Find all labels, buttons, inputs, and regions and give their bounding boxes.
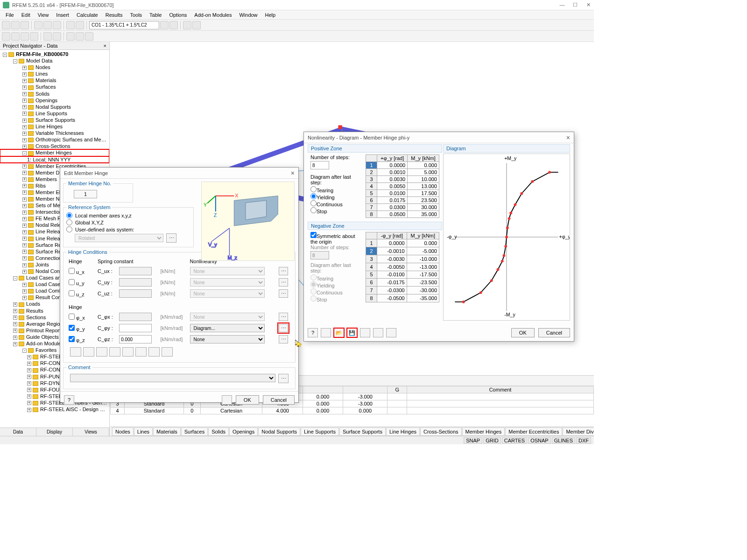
menu-edit[interactable]: Edit — [18, 11, 34, 19]
tb-move-icon[interactable] — [76, 32, 84, 41]
tb-new-icon[interactable] — [2, 21, 10, 29]
preset-8-icon[interactable] — [162, 347, 173, 357]
tree-item[interactable]: +Solids — [0, 91, 109, 97]
tree-root[interactable]: -RFEM-File_KB000670 — [0, 51, 109, 57]
tb-line-icon[interactable] — [11, 32, 20, 41]
tree-item[interactable]: +Line Supports — [0, 110, 109, 117]
tree-member-hinges[interactable]: -Member Hinges — [0, 149, 109, 156]
nonlin-select[interactable]: None — [190, 289, 265, 298]
cancel-button[interactable]: Cancel — [263, 395, 295, 405]
pos-yielding-radio[interactable] — [310, 193, 317, 199]
nonlin-select[interactable]: None — [190, 278, 265, 287]
menu-calculate[interactable]: Calculate — [73, 11, 102, 19]
tree-item[interactable]: +Line Hinges — [0, 123, 109, 130]
pos-continuous-radio[interactable] — [310, 200, 317, 206]
bottom-tab[interactable]: Member Eccentricities — [505, 427, 562, 436]
status-dxf[interactable]: DXF — [576, 437, 591, 444]
symmetric-checkbox[interactable] — [310, 232, 317, 238]
tree-item[interactable]: +Cross-Sections — [0, 143, 109, 149]
tb-select-icon[interactable] — [66, 32, 75, 41]
hinge-check[interactable] — [69, 336, 75, 342]
export-excel-icon[interactable] — [360, 328, 370, 337]
spring-input[interactable] — [119, 267, 152, 275]
preset-2-icon[interactable] — [83, 347, 94, 357]
status-cartes[interactable]: CARTES — [502, 437, 527, 444]
preset-3-icon[interactable] — [96, 347, 107, 357]
status-glines[interactable]: GLINES — [552, 437, 575, 444]
ref-global-radio[interactable] — [66, 219, 72, 225]
status-snap[interactable]: SNAP — [464, 437, 482, 444]
open-file-icon[interactable]: 📂 — [334, 328, 344, 337]
tb-hinge-icon[interactable] — [53, 32, 61, 41]
ref-user-radio[interactable] — [66, 226, 72, 232]
tb-prev-icon[interactable] — [160, 21, 169, 29]
bottom-tab[interactable]: Solids — [208, 427, 229, 436]
tree-item[interactable]: +Lines — [0, 70, 109, 77]
ref-local-radio[interactable] — [66, 212, 72, 218]
help2-icon[interactable]: ? — [308, 328, 318, 337]
pos-stop-radio[interactable] — [310, 207, 317, 213]
nonlin-more-icon[interactable]: ⋯ — [279, 335, 288, 343]
navigator-close-icon[interactable]: × — [104, 43, 106, 49]
nonlin-more-icon[interactable]: ⋯ — [279, 313, 288, 321]
tb-node-icon[interactable] — [2, 32, 10, 41]
units-icon[interactable] — [222, 395, 232, 405]
dialog-title-bar[interactable]: Edit Member Hinge × — [60, 168, 298, 179]
nonlin-ok-button[interactable]: OK — [511, 328, 535, 337]
tb-surface-icon[interactable] — [30, 32, 38, 41]
menu-results[interactable]: Results — [102, 11, 127, 19]
pos-tearing-radio[interactable] — [310, 186, 317, 192]
tree-item[interactable]: +Nodal Supports — [0, 104, 109, 110]
bottom-tab[interactable]: Surface Supports — [339, 427, 386, 436]
tb-calc-icon[interactable] — [66, 21, 75, 29]
tb-support-icon[interactable] — [43, 32, 52, 41]
maximize-button[interactable]: ☐ — [572, 2, 578, 8]
tree-item[interactable]: +Variable Thicknesses — [0, 130, 109, 136]
tree-item[interactable]: +Orthotropic Surfaces and Membrane — [0, 136, 109, 143]
nonlin-select[interactable]: Diagram... — [190, 324, 265, 332]
tree-hinge-1[interactable]: 1: Local; NNN YYY — [0, 156, 109, 163]
nonlin-cancel-button[interactable]: Cancel — [538, 328, 570, 337]
tree-item[interactable]: +Materials — [0, 77, 109, 84]
tb-next-icon[interactable] — [169, 21, 178, 29]
nonlin-select[interactable]: None — [190, 313, 265, 321]
tb-render-icon[interactable] — [183, 21, 191, 29]
ok-button[interactable]: OK — [236, 395, 259, 405]
nonlin-more-icon[interactable]: ⋯ — [279, 324, 288, 332]
comment-select[interactable] — [70, 374, 275, 382]
save-file-icon[interactable]: 💾 — [347, 328, 357, 337]
menu-insert[interactable]: Insert — [52, 11, 73, 19]
status-osnap[interactable]: OSNAP — [528, 437, 551, 444]
nonlin-more-icon[interactable]: ⋯ — [279, 278, 288, 287]
nonlin-close-icon[interactable]: × — [566, 134, 570, 141]
tb-save-icon[interactable] — [21, 21, 29, 29]
nonlin-title-bar[interactable]: Nonlinearity - Diagram - Member Hinge ph… — [304, 132, 574, 143]
menu-options[interactable]: Options — [165, 11, 190, 19]
nonlin-more-icon[interactable]: ⋯ — [279, 267, 288, 275]
close-button[interactable]: ✕ — [585, 2, 591, 8]
chart-icon[interactable] — [386, 328, 396, 337]
pos-data-table[interactable]: +φ_y [rad]M_y [kNm] 10.00000.00020.00105… — [366, 154, 439, 218]
tb-redo-icon[interactable] — [53, 21, 61, 29]
bottom-tab[interactable]: Line Supports — [301, 427, 339, 436]
preset-4-icon[interactable] — [109, 347, 120, 357]
preset-6-icon[interactable] — [135, 347, 147, 357]
menu-window[interactable]: Window — [235, 11, 261, 19]
hinge-check[interactable] — [69, 290, 75, 296]
tb-rotate-icon[interactable] — [85, 32, 93, 41]
tree-item[interactable]: +Nodes — [0, 64, 109, 70]
hinge-check[interactable] — [69, 325, 75, 331]
dialog-close-icon[interactable]: × — [291, 169, 295, 177]
bottom-tab[interactable]: Line Hinges — [386, 427, 420, 436]
hinge-check[interactable] — [69, 314, 75, 320]
bottom-tab[interactable]: Materials — [153, 427, 181, 436]
tb-member-icon[interactable] — [21, 32, 29, 41]
spring-input[interactable] — [119, 313, 152, 321]
bottom-tab[interactable]: Openings — [229, 427, 258, 436]
menu-table[interactable]: Table — [146, 11, 165, 19]
spring-input[interactable] — [119, 324, 152, 332]
bottom-tab[interactable]: Nodal Supports — [258, 427, 300, 436]
minimize-button[interactable]: — — [559, 2, 565, 8]
menu-addon[interactable]: Add-on Modules — [190, 11, 235, 19]
import-excel-icon[interactable] — [373, 328, 383, 337]
